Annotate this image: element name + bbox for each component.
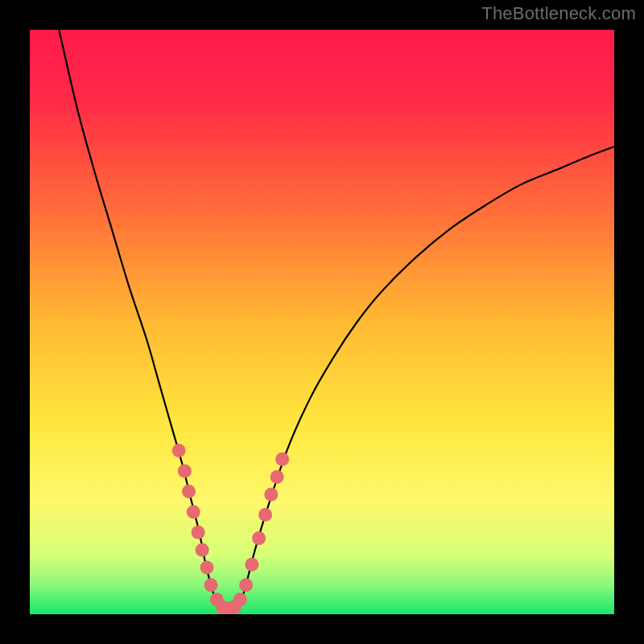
marker-point bbox=[258, 508, 272, 522]
marker-point bbox=[172, 444, 186, 457]
marker-point bbox=[270, 470, 284, 484]
plot-area bbox=[30, 30, 614, 614]
outer-frame: TheBottleneck.com bbox=[0, 0, 644, 644]
marker-point bbox=[233, 592, 247, 606]
marker-point bbox=[178, 464, 192, 478]
marker-point bbox=[182, 485, 196, 498]
attribution-text: TheBottleneck.com bbox=[481, 3, 636, 24]
marker-point bbox=[245, 558, 258, 572]
marker-point bbox=[192, 526, 205, 539]
marker-point bbox=[252, 531, 266, 545]
marker-point bbox=[264, 488, 278, 502]
gradient-background bbox=[30, 30, 614, 614]
marker-point bbox=[187, 505, 200, 518]
marker-point bbox=[204, 578, 218, 592]
chart-svg bbox=[30, 30, 614, 614]
marker-point bbox=[275, 452, 289, 466]
marker-point bbox=[239, 578, 253, 592]
marker-point bbox=[200, 560, 213, 574]
marker-point bbox=[196, 543, 209, 557]
